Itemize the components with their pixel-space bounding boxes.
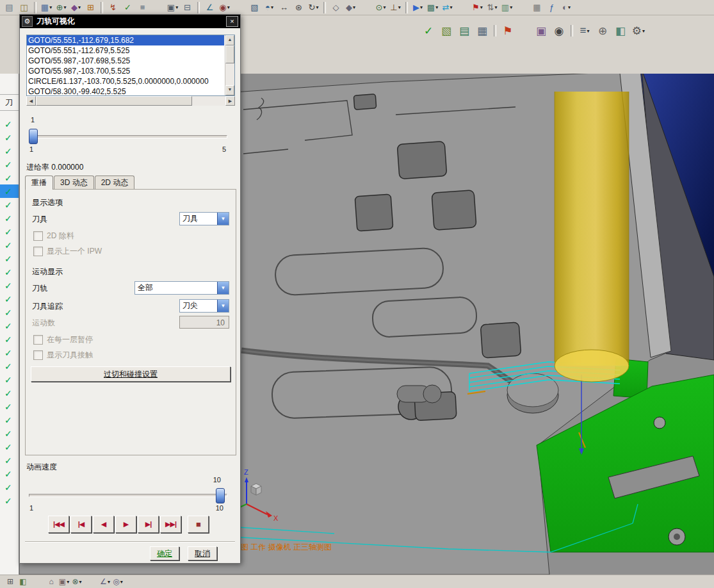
dropdown-arrow-icon[interactable]: ▾ — [510, 4, 512, 10]
dropdown-arrow-icon[interactable]: ▾ — [568, 4, 571, 10]
operation-row[interactable]: ✓ — [0, 279, 19, 292]
dropdown-arrow-icon[interactable]: ▾ — [78, 4, 81, 10]
vertical-scrollbar-thumb[interactable] — [225, 45, 234, 63]
toolpath-combo[interactable]: 全部 ▼ — [134, 281, 229, 295]
operation-row[interactable]: ✓ — [0, 225, 19, 238]
operation-row[interactable]: ✓ — [0, 467, 19, 480]
operation-row[interactable]: ✓ — [0, 413, 19, 427]
goto-list-item[interactable]: GOTO/55.551,-112.679,5.525 — [27, 45, 224, 56]
create-operation-icon[interactable]: ⊞ — [84, 1, 97, 14]
step-forward-button[interactable]: ▶| — [138, 516, 159, 533]
checkbox-show-tool-contact[interactable]: 显示刀具接触 — [33, 350, 93, 361]
dropdown-arrow-icon[interactable]: ▾ — [67, 579, 69, 585]
pattern-feature-icon[interactable]: ▩▾ — [426, 1, 439, 14]
dropdown-arrow-icon[interactable]: ▾ — [383, 4, 385, 10]
operation-row[interactable]: ✓ — [0, 400, 19, 413]
dropdown-arrow-icon[interactable]: ▾ — [175, 4, 178, 10]
open-file-icon[interactable]: ◫ — [17, 1, 31, 14]
post-process-icon[interactable]: ⊟ — [181, 1, 194, 14]
layer-settings-icon[interactable]: ▧ — [248, 1, 261, 14]
create-tool-icon[interactable]: ⊕▾ — [54, 1, 68, 14]
stop-button[interactable]: ■ — [188, 516, 209, 533]
verify-toolpath-icon[interactable]: ✓ — [121, 1, 134, 14]
horizontal-scrollbar-track[interactable] — [192, 96, 225, 106]
dropdown-arrow-icon[interactable]: ▾ — [587, 28, 589, 34]
checkbox-pause-each-level[interactable]: 在每一层暂停 — [33, 334, 93, 345]
display-options-icon[interactable]: ⚙▾ — [630, 22, 647, 39]
grid-icon[interactable]: ▦ — [530, 1, 544, 14]
status-angle-icon[interactable]: ∠▾ — [99, 576, 111, 587]
dropdown-arrow-icon[interactable]: ▾ — [480, 4, 483, 10]
goto-list-item[interactable]: CIRCLE/61.137,-103.700,5.525,0.0000000,0… — [27, 76, 224, 86]
progress-slider-thumb[interactable] — [29, 129, 38, 144]
analysis-icon[interactable]: ◉▾ — [218, 1, 231, 14]
goto-list-item[interactable]: GOTO/55.987,-103.700,5.525 — [27, 66, 224, 76]
operation-row[interactable]: ✓ — [0, 373, 19, 386]
motion-count-input[interactable]: 10 — [179, 316, 229, 329]
dropdown-arrow-icon[interactable]: ▾ — [435, 4, 438, 10]
dropdown-arrow-icon[interactable]: ▾ — [271, 4, 273, 10]
dialog-tab-1[interactable]: 3D 动态 — [54, 176, 94, 189]
generate-toolpath-icon[interactable]: ↯ — [106, 1, 120, 14]
speed-slider-thumb[interactable] — [216, 488, 225, 503]
operation-row[interactable]: ✓ — [0, 184, 19, 198]
chevron-down-icon[interactable]: ▼ — [217, 213, 229, 225]
display-mode-icon[interactable]: ▥▾ — [500, 1, 514, 14]
sync-views-icon[interactable]: ⇅▾ — [485, 1, 499, 14]
status-grid-icon[interactable]: ⊞ — [4, 576, 16, 587]
operation-row[interactable]: ✓ — [0, 131, 19, 144]
status-frame-icon[interactable]: ▣▾ — [58, 576, 70, 587]
operation-row[interactable]: ✓ — [0, 252, 19, 265]
dropdown-arrow-icon[interactable]: ▾ — [642, 28, 645, 34]
dropdown-arrow-icon[interactable]: ▾ — [316, 4, 318, 10]
dropdown-arrow-icon[interactable]: ▾ — [108, 579, 110, 585]
toolpath-list-icon[interactable]: ≡▾ — [576, 22, 593, 39]
dropdown-arrow-icon[interactable]: ▾ — [398, 4, 401, 10]
rotate-view-icon[interactable]: ↻▾ — [307, 1, 320, 14]
pan-view-icon[interactable]: ↔ — [277, 1, 291, 14]
list-vertical-scrollbar[interactable]: ▲ ▼ — [225, 35, 234, 95]
snap-point-icon[interactable]: ⊙▾ — [374, 1, 387, 14]
list-toolpath-icon[interactable]: ≡ — [136, 1, 149, 14]
machine-control-icon[interactable]: ▦ — [474, 22, 491, 39]
list-horizontal-scrollbar[interactable]: ◀ ▶ — [26, 96, 235, 106]
info-icon[interactable]: ◐▾ — [560, 1, 573, 14]
expression-icon[interactable]: ƒ — [545, 1, 558, 14]
dialog-tab-2[interactable]: 2D 动态 — [95, 176, 135, 189]
horizontal-scrollbar-thumb[interactable] — [36, 96, 192, 106]
scroll-left-icon[interactable]: ◀ — [26, 96, 36, 106]
move-object-icon[interactable]: ▶▾ — [411, 1, 425, 14]
dropdown-arrow-icon[interactable]: ▾ — [79, 579, 82, 585]
scroll-down-icon[interactable]: ▼ — [225, 85, 234, 95]
flag-marker-icon[interactable]: ⚑▾ — [471, 1, 484, 14]
operation-row[interactable]: ✓ — [0, 440, 19, 453]
status-measure-icon[interactable]: ⊗▾ — [71, 576, 83, 587]
datum-plane-icon[interactable]: ⊥▾ — [389, 1, 402, 14]
gouge-collision-settings-button[interactable]: 过切和碰撞设置 — [31, 366, 231, 382]
operation-row[interactable]: ✓ — [0, 427, 19, 440]
operation-row[interactable]: ✓ — [0, 117, 19, 131]
forward-to-end-button[interactable]: ▶▶| — [160, 516, 181, 533]
zoom-view-icon[interactable]: ⊛ — [292, 1, 305, 14]
dropdown-arrow-icon[interactable]: ▾ — [353, 4, 355, 10]
chevron-down-icon[interactable]: ▼ — [217, 282, 229, 294]
progress-slider-track[interactable] — [29, 135, 227, 138]
dropdown-arrow-icon[interactable]: ▾ — [120, 579, 123, 585]
operation-row[interactable]: ✓ — [0, 238, 19, 252]
play-forward-button[interactable]: ▶ — [115, 516, 136, 533]
speed-slider-track[interactable] — [29, 494, 227, 497]
operation-row[interactable]: ✓ — [0, 198, 19, 211]
status-home-icon[interactable]: ⌂ — [45, 576, 57, 587]
operation-row[interactable]: ✓ — [0, 494, 19, 507]
mirror-feature-icon[interactable]: ⇄▾ — [441, 1, 454, 14]
status-sphere-icon[interactable]: ◎▾ — [112, 576, 124, 587]
goto-list[interactable]: GOTO/55.551,-112.679,15.682GOTO/55.551,-… — [26, 35, 235, 96]
create-program-icon[interactable]: ▦▾ — [40, 1, 53, 14]
cancel-button[interactable]: 取消 — [188, 546, 217, 560]
step-back-button[interactable]: |◀ — [70, 516, 92, 533]
machine-simulation-icon[interactable]: ▣▾ — [166, 1, 179, 14]
operation-row[interactable]: ✓ — [0, 453, 19, 467]
operation-row[interactable]: ✓ — [0, 480, 19, 494]
workpiece-icon[interactable]: ▧ — [438, 22, 455, 39]
vertical-scrollbar-track[interactable] — [225, 63, 234, 85]
